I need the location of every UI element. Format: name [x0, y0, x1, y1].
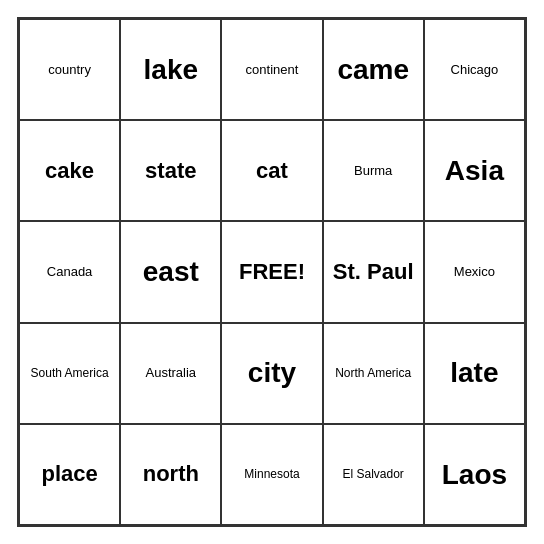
cell-text-3: came [337, 53, 409, 87]
cell-text-11: east [143, 255, 199, 289]
cell-text-17: city [248, 356, 296, 390]
cell-text-16: Australia [146, 365, 197, 381]
bingo-cell-5[interactable]: cake [19, 120, 120, 221]
bingo-cell-4[interactable]: Chicago [424, 19, 525, 120]
bingo-cell-10[interactable]: Canada [19, 221, 120, 322]
bingo-cell-24[interactable]: Laos [424, 424, 525, 525]
bingo-cell-1[interactable]: lake [120, 19, 221, 120]
bingo-cell-12[interactable]: FREE! [221, 221, 322, 322]
cell-text-1: lake [144, 53, 199, 87]
cell-text-15: South America [31, 366, 109, 380]
bingo-cell-6[interactable]: state [120, 120, 221, 221]
cell-text-21: north [143, 461, 199, 487]
cell-text-10: Canada [47, 264, 93, 280]
cell-text-12: FREE! [239, 259, 305, 285]
bingo-cell-19[interactable]: late [424, 323, 525, 424]
bingo-cell-15[interactable]: South America [19, 323, 120, 424]
cell-text-20: place [41, 461, 97, 487]
bingo-cell-0[interactable]: country [19, 19, 120, 120]
cell-text-23: El Salvador [343, 467, 404, 481]
cell-text-0: country [48, 62, 91, 78]
cell-text-5: cake [45, 158, 94, 184]
bingo-cell-9[interactable]: Asia [424, 120, 525, 221]
bingo-cell-21[interactable]: north [120, 424, 221, 525]
cell-text-7: cat [256, 158, 288, 184]
bingo-cell-22[interactable]: Minnesota [221, 424, 322, 525]
cell-text-18: North America [335, 366, 411, 380]
bingo-cell-7[interactable]: cat [221, 120, 322, 221]
cell-text-9: Asia [445, 154, 504, 188]
bingo-cell-3[interactable]: came [323, 19, 424, 120]
bingo-cell-17[interactable]: city [221, 323, 322, 424]
bingo-cell-20[interactable]: place [19, 424, 120, 525]
cell-text-19: late [450, 356, 498, 390]
bingo-cell-11[interactable]: east [120, 221, 221, 322]
cell-text-14: Mexico [454, 264, 495, 280]
cell-text-8: Burma [354, 163, 392, 179]
bingo-cell-18[interactable]: North America [323, 323, 424, 424]
bingo-cell-2[interactable]: continent [221, 19, 322, 120]
bingo-cell-23[interactable]: El Salvador [323, 424, 424, 525]
cell-text-2: continent [246, 62, 299, 78]
cell-text-24: Laos [442, 458, 507, 492]
bingo-cell-16[interactable]: Australia [120, 323, 221, 424]
cell-text-4: Chicago [451, 62, 499, 78]
cell-text-13: St. Paul [333, 259, 414, 285]
cell-text-6: state [145, 158, 196, 184]
cell-text-22: Minnesota [244, 467, 299, 481]
bingo-card: countrylakecontinentcameChicagocakestate… [17, 17, 527, 527]
bingo-cell-8[interactable]: Burma [323, 120, 424, 221]
bingo-cell-13[interactable]: St. Paul [323, 221, 424, 322]
bingo-cell-14[interactable]: Mexico [424, 221, 525, 322]
